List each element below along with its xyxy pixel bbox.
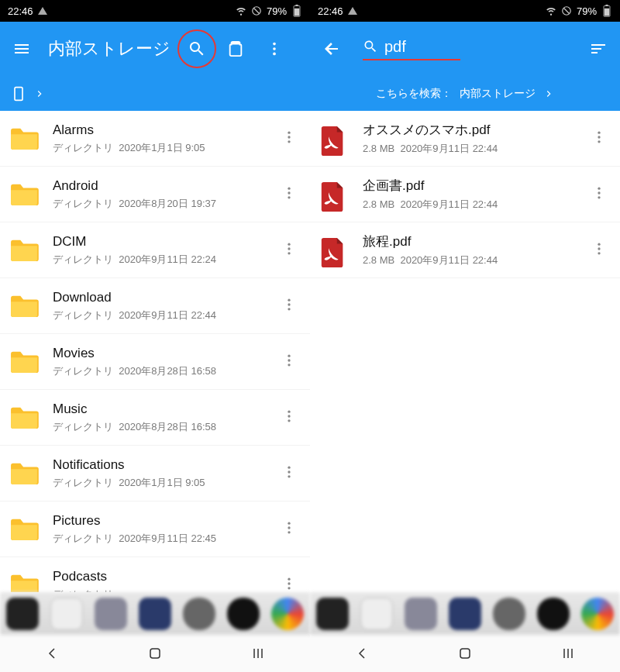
folder-row[interactable]: Podcasts ディレクトリ xyxy=(0,557,310,592)
item-more-button[interactable] xyxy=(277,520,301,539)
results-list[interactable]: オススメのスマホ.pdf 2.8 MB 2020年9月11日 22:44 企画書… xyxy=(310,111,620,592)
item-more-button[interactable] xyxy=(277,353,301,371)
svg-point-28 xyxy=(288,470,290,473)
item-more-button[interactable] xyxy=(587,129,611,148)
back-nav[interactable] xyxy=(351,643,373,664)
item-more-button[interactable] xyxy=(277,185,301,204)
result-row[interactable]: 旅程.pdf 2.8 MB 2020年9月11日 22:44 xyxy=(310,222,620,278)
recents-nav[interactable] xyxy=(247,643,269,664)
item-name: Android xyxy=(53,178,277,194)
result-row[interactable]: 企画書.pdf 2.8 MB 2020年9月11日 22:44 xyxy=(310,167,620,222)
clipboard-button[interactable] xyxy=(223,36,248,61)
item-sub: ディレクトリ 2020年8月28日 16:58 xyxy=(53,364,277,378)
item-more-button[interactable] xyxy=(277,464,301,483)
gdrive-icon xyxy=(348,7,357,15)
folder-icon xyxy=(9,461,39,486)
folder-icon xyxy=(9,126,39,151)
clock: 22:46 xyxy=(8,5,33,17)
item-more-button[interactable] xyxy=(587,241,611,260)
item-more-button[interactable] xyxy=(277,129,301,148)
folder-row[interactable]: Android ディレクトリ 2020年8月20日 19:37 xyxy=(0,167,310,222)
svg-point-9 xyxy=(288,131,290,133)
svg-point-20 xyxy=(288,308,290,310)
nav-bar xyxy=(0,635,310,672)
item-name: Notifications xyxy=(53,457,277,473)
svg-line-1 xyxy=(253,9,259,14)
folder-row[interactable]: Download ディレクトリ 2020年9月11日 22:44 xyxy=(0,278,310,334)
chevron-right-icon xyxy=(543,88,554,99)
folder-row[interactable]: Pictures ディレクトリ 2020年9月11日 22:45 xyxy=(0,501,310,557)
item-sub: ディレクトリ 2020年8月20日 19:37 xyxy=(53,197,277,211)
item-more-button[interactable] xyxy=(277,408,301,427)
search-button[interactable] xyxy=(184,36,209,61)
nav-bar xyxy=(310,635,620,672)
item-more-button[interactable] xyxy=(277,576,301,593)
folder-row[interactable]: Music ディレクトリ 2020年8月28日 16:58 xyxy=(0,390,310,446)
folder-list[interactable]: Alarms ディレクトリ 2020年1月1日 9:05 Android ディレ… xyxy=(0,111,310,592)
item-sub: ディレクトリ 2020年8月28日 16:58 xyxy=(53,420,277,434)
svg-rect-40 xyxy=(605,5,608,6)
home-nav[interactable] xyxy=(144,643,166,664)
svg-point-18 xyxy=(288,298,290,301)
item-name: Pictures xyxy=(53,513,277,529)
item-name: オススメのスマホ.pdf xyxy=(363,121,587,139)
svg-rect-4 xyxy=(294,9,299,16)
gdrive-icon xyxy=(38,7,47,15)
search-input[interactable] xyxy=(384,38,446,56)
search-app-bar xyxy=(310,22,620,76)
search-hint[interactable]: こちらを検索： 内部ストレージ xyxy=(310,76,620,111)
folder-icon xyxy=(9,573,39,593)
battery-text: 79% xyxy=(267,5,287,17)
item-more-button[interactable] xyxy=(277,297,301,315)
back-nav[interactable] xyxy=(41,643,63,664)
item-name: 企画書.pdf xyxy=(363,177,587,195)
svg-point-47 xyxy=(598,196,600,198)
svg-point-23 xyxy=(288,364,290,366)
menu-button[interactable] xyxy=(9,36,34,61)
svg-point-14 xyxy=(288,196,290,198)
svg-point-30 xyxy=(288,522,290,524)
item-name: Podcasts xyxy=(53,569,277,584)
sort-button[interactable] xyxy=(586,36,611,61)
hint-location: 内部ストレージ xyxy=(460,87,536,101)
page-title: 内部ストレージ xyxy=(48,37,170,60)
pdf-icon xyxy=(319,182,349,207)
item-name: Movies xyxy=(53,346,277,361)
item-more-button[interactable] xyxy=(587,185,611,204)
breadcrumb[interactable] xyxy=(0,76,310,111)
home-nav[interactable] xyxy=(454,643,476,664)
search-field-wrap[interactable] xyxy=(363,38,460,60)
folder-icon xyxy=(9,405,39,430)
svg-point-7 xyxy=(273,53,276,56)
recent-apps-strip xyxy=(310,592,620,635)
overflow-button[interactable] xyxy=(262,36,287,61)
recents-nav[interactable] xyxy=(557,643,579,664)
back-button[interactable] xyxy=(319,36,344,61)
svg-point-11 xyxy=(288,140,290,143)
battery-icon xyxy=(291,5,302,16)
no-sign-icon xyxy=(251,5,262,16)
folder-row[interactable]: Movies ディレクトリ 2020年8月28日 16:58 xyxy=(0,334,310,390)
item-sub: 2.8 MB 2020年9月11日 22:44 xyxy=(363,198,587,212)
item-more-button[interactable] xyxy=(277,241,301,260)
svg-rect-3 xyxy=(295,5,298,6)
svg-point-43 xyxy=(598,136,600,138)
folder-icon xyxy=(9,182,39,207)
svg-point-13 xyxy=(288,191,290,194)
folder-row[interactable]: DCIM ディレクトリ 2020年9月11日 22:24 xyxy=(0,222,310,278)
folder-row[interactable]: Notifications ディレクトリ 2020年1月1日 9:05 xyxy=(0,446,310,501)
folder-icon xyxy=(9,238,39,263)
folder-icon xyxy=(9,350,39,374)
folder-row[interactable]: Alarms ディレクトリ 2020年1月1日 9:05 xyxy=(0,111,310,167)
svg-point-42 xyxy=(598,131,600,133)
item-sub: ディレクトリ 2020年1月1日 9:05 xyxy=(53,141,277,155)
svg-point-49 xyxy=(598,247,600,250)
svg-point-33 xyxy=(288,577,290,580)
clock: 22:46 xyxy=(318,5,343,17)
svg-rect-8 xyxy=(15,87,22,100)
svg-point-5 xyxy=(273,43,276,46)
svg-point-19 xyxy=(288,303,290,305)
result-row[interactable]: オススメのスマホ.pdf 2.8 MB 2020年9月11日 22:44 xyxy=(310,111,620,167)
no-sign-icon xyxy=(561,5,572,16)
item-name: Alarms xyxy=(53,122,277,138)
